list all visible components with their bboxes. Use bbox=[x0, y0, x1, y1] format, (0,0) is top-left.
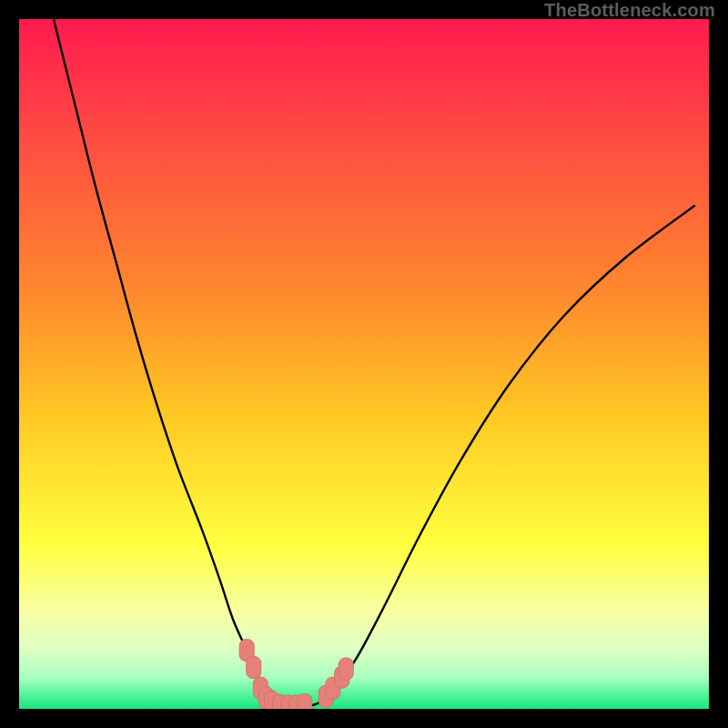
data-marker bbox=[247, 657, 261, 679]
watermark-text: TheBottleneck.com bbox=[0, 0, 728, 21]
gradient-background bbox=[19, 19, 709, 709]
plot-area bbox=[19, 19, 709, 709]
bottleneck-chart bbox=[19, 19, 709, 709]
data-marker bbox=[298, 693, 312, 709]
chart-frame: TheBottleneck.com bbox=[0, 0, 728, 728]
data-marker bbox=[339, 658, 353, 680]
